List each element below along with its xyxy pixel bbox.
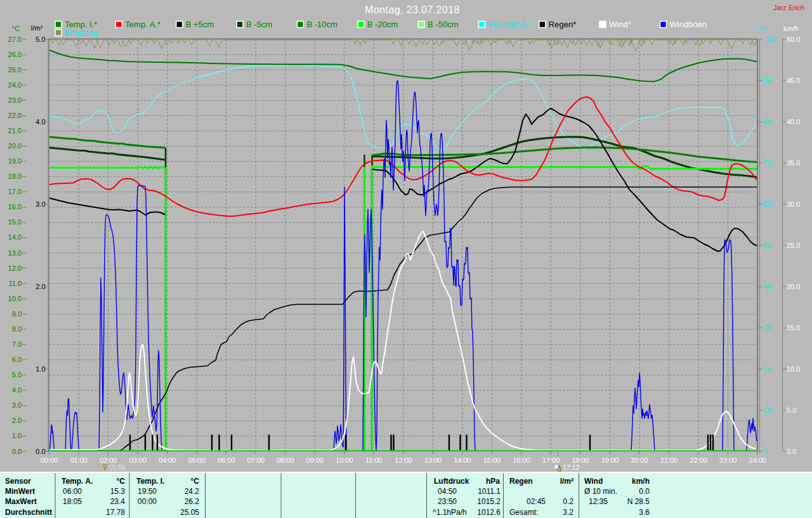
svg-text:00:00: 00:00 <box>138 497 157 506</box>
svg-text:9.0: 9.0 <box>12 310 22 318</box>
svg-text:30.0: 30.0 <box>787 200 800 208</box>
svg-text:11.0: 11.0 <box>8 280 22 287</box>
svg-text:15.0: 15.0 <box>787 324 800 332</box>
svg-text:09:00: 09:00 <box>306 456 324 464</box>
svg-text:Regen: Regen <box>509 477 533 486</box>
svg-text:27.0: 27.0 <box>8 36 22 43</box>
svg-text:22.0: 22.0 <box>8 112 22 119</box>
svg-text:8.0: 8.0 <box>12 325 22 333</box>
svg-text:0: 0 <box>764 448 768 455</box>
svg-text:10.0: 10.0 <box>787 365 800 373</box>
svg-text:3.0: 3.0 <box>36 200 45 208</box>
svg-text:Durchschnitt: Durchschnitt <box>5 508 52 517</box>
svg-text:06:00: 06:00 <box>218 456 235 464</box>
svg-text:04:00: 04:00 <box>159 456 176 464</box>
svg-text:01:56: 01:56 <box>109 463 126 471</box>
svg-text:3.0: 3.0 <box>12 401 22 409</box>
svg-text:50: 50 <box>764 242 771 249</box>
svg-text:5.0: 5.0 <box>12 371 22 379</box>
svg-text:15.0: 15.0 <box>8 218 22 226</box>
svg-text:Sensor: Sensor <box>5 477 31 486</box>
svg-text:14.0: 14.0 <box>8 233 22 241</box>
svg-text:MaxWert: MaxWert <box>5 497 37 506</box>
svg-text:03:00: 03:00 <box>129 456 146 464</box>
svg-text:B +5cm: B +5cm <box>186 20 214 29</box>
svg-text:10: 10 <box>764 406 771 414</box>
svg-text:7.0: 7.0 <box>12 340 22 348</box>
svg-text:%: % <box>759 25 766 32</box>
svg-text:07:00: 07:00 <box>247 456 265 464</box>
svg-text:1.0: 1.0 <box>12 432 22 439</box>
svg-text:4.0: 4.0 <box>36 118 45 126</box>
svg-text:°C: °C <box>12 25 20 32</box>
svg-text:90: 90 <box>764 77 771 84</box>
svg-text:20.0: 20.0 <box>8 142 22 150</box>
svg-text:15.3: 15.3 <box>110 487 126 496</box>
svg-text:08:00: 08:00 <box>277 456 294 464</box>
svg-text:14:00: 14:00 <box>454 456 471 464</box>
svg-text:0.0: 0.0 <box>639 487 650 496</box>
svg-text:hPa: hPa <box>486 477 500 486</box>
svg-text:B -20cm: B -20cm <box>367 20 398 29</box>
svg-text:01:00: 01:00 <box>70 456 87 464</box>
svg-text:°C: °C <box>117 477 126 486</box>
svg-text:21:00: 21:00 <box>660 456 678 464</box>
svg-text:13:00: 13:00 <box>424 456 442 464</box>
svg-text:12:35: 12:35 <box>589 497 608 506</box>
svg-text:35.0: 35.0 <box>787 159 800 167</box>
svg-text:N 28.5: N 28.5 <box>627 497 650 506</box>
svg-text:25.05: 25.05 <box>180 508 199 517</box>
svg-text:40: 40 <box>764 283 771 290</box>
svg-text:60: 60 <box>764 200 771 208</box>
svg-text:Jarz Erich: Jarz Erich <box>773 4 804 11</box>
svg-text:10.0: 10.0 <box>8 295 22 302</box>
svg-text:26.0: 26.0 <box>8 51 22 58</box>
svg-text:^1.1hPa/h: ^1.1hPa/h <box>433 508 467 517</box>
svg-text:100: 100 <box>764 36 775 43</box>
svg-text:19.0: 19.0 <box>8 157 22 165</box>
svg-text:17:00: 17:00 <box>542 456 560 464</box>
svg-text:18.0: 18.0 <box>8 172 22 180</box>
svg-text:24:00: 24:00 <box>749 456 766 464</box>
svg-text:19:50: 19:50 <box>138 487 157 496</box>
svg-text:26.2: 26.2 <box>185 497 200 506</box>
svg-text:40.0: 40.0 <box>787 118 800 126</box>
svg-text:24.0: 24.0 <box>8 81 22 89</box>
svg-text:B -5cm: B -5cm <box>246 20 272 29</box>
svg-text:B -50cm: B -50cm <box>428 20 458 29</box>
svg-text:Empfang: Empfang <box>65 28 98 37</box>
svg-text:70: 70 <box>764 159 771 167</box>
svg-text:06:00: 06:00 <box>63 487 82 496</box>
svg-text:MinWert: MinWert <box>5 487 35 496</box>
svg-text:22:00: 22:00 <box>690 456 707 464</box>
svg-text:Gesamt:: Gesamt: <box>509 508 538 517</box>
svg-text:km/h: km/h <box>783 25 799 32</box>
svg-text:23:50: 23:50 <box>438 497 457 506</box>
svg-text:25.0: 25.0 <box>8 66 22 74</box>
svg-text:05:00: 05:00 <box>188 456 205 464</box>
svg-text:23:00: 23:00 <box>719 456 737 464</box>
svg-text:21.0: 21.0 <box>8 127 22 134</box>
svg-text:17.78: 17.78 <box>106 508 125 517</box>
svg-text:12.0: 12.0 <box>8 264 22 272</box>
svg-text:1012.6: 1012.6 <box>477 508 501 517</box>
svg-text:0.0: 0.0 <box>12 448 22 455</box>
svg-text:1011.1: 1011.1 <box>478 487 501 496</box>
svg-text:2.0: 2.0 <box>36 283 45 290</box>
svg-text:0.0: 0.0 <box>787 448 796 455</box>
svg-text:15:00: 15:00 <box>483 456 501 464</box>
svg-text:5.0: 5.0 <box>36 36 45 43</box>
svg-text:13.0: 13.0 <box>8 249 22 257</box>
svg-text:3.6: 3.6 <box>639 508 650 517</box>
svg-text:°C: °C <box>191 477 200 486</box>
svg-text:16.0: 16.0 <box>8 203 22 210</box>
svg-text:12:00: 12:00 <box>395 456 412 464</box>
svg-text:10:00: 10:00 <box>336 456 353 464</box>
svg-text:Montag, 23.07.2018: Montag, 23.07.2018 <box>365 4 460 15</box>
svg-text:1.0: 1.0 <box>36 365 45 373</box>
svg-text:45.0: 45.0 <box>787 77 800 84</box>
svg-text:16:00: 16:00 <box>513 456 530 464</box>
svg-text:17.0: 17.0 <box>8 188 22 195</box>
svg-text:1015.2: 1015.2 <box>477 497 501 506</box>
svg-text:20:00: 20:00 <box>631 456 648 464</box>
